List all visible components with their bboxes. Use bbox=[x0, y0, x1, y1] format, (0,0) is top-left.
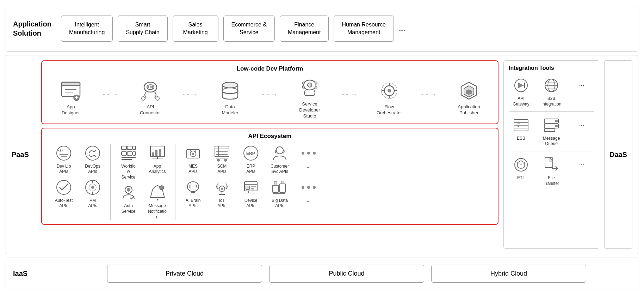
api-item-pm: PMAPIs bbox=[80, 178, 105, 209]
api-gateway-label: APIGateway bbox=[513, 96, 529, 107]
svg-point-60 bbox=[160, 186, 164, 190]
app-box-sales-marketing: SalesMarketing bbox=[173, 16, 218, 42]
integration-tools: Integration Tools APIGateway bbox=[503, 60, 599, 249]
api-item-ai-brain: AI BrainAPIs bbox=[180, 178, 206, 209]
svg-rect-44 bbox=[133, 146, 136, 150]
svg-rect-116 bbox=[544, 129, 555, 132]
int-more-3: ... bbox=[569, 156, 594, 167]
file-transfer-icon bbox=[542, 156, 561, 174]
api-group-dev: </> Dev LibAPIs bbox=[48, 144, 109, 220]
flow-item-application-publisher: ApplicationPublisher bbox=[453, 79, 485, 116]
svg-point-15 bbox=[308, 83, 312, 87]
flow-orchestrator-label: FlowOrchestrator bbox=[377, 104, 402, 116]
message-notification-label: MessageNotification bbox=[148, 203, 167, 220]
svg-text:ERP: ERP bbox=[246, 151, 255, 156]
int-more-1: ... bbox=[569, 76, 594, 88]
api-industry-row1: MESAPIs bbox=[180, 144, 321, 175]
int-more-3-label: ... bbox=[579, 159, 584, 167]
device-apis-icon bbox=[242, 178, 260, 197]
paas-main: Low-code Dev Platform bbox=[41, 60, 499, 249]
iaas-row: IaaS Private Cloud Public Cloud Hybrid C… bbox=[6, 258, 638, 289]
esb-icon bbox=[512, 116, 530, 134]
app-solution-row: ApplicationSolution IntelligentManufactu… bbox=[6, 6, 638, 52]
auto-test-apis-label: Auto-TestAPIs bbox=[55, 198, 73, 209]
api-ecosystem-grid: </> Dev LibAPIs bbox=[48, 144, 492, 220]
svg-text:</>: </> bbox=[58, 149, 63, 152]
api-workflow-row1: WorkflowService bbox=[116, 144, 170, 180]
int-item-api-gateway: APIGateway bbox=[509, 76, 533, 107]
api-item-app-analytics: AppAnalytics bbox=[145, 144, 170, 175]
device-apis-label: DeviceAPIs bbox=[244, 198, 258, 209]
industry-more2-label: ... bbox=[307, 198, 310, 204]
api-item-customer-svc: CustomerSvc APIs bbox=[267, 144, 292, 175]
scm-apis-icon bbox=[213, 144, 231, 162]
devops-apis-icon bbox=[83, 144, 102, 162]
svg-point-17 bbox=[302, 82, 304, 84]
svg-rect-99 bbox=[281, 181, 284, 184]
api-item-mes: MESAPIs bbox=[180, 144, 206, 175]
svg-point-101 bbox=[302, 186, 304, 189]
auto-test-apis-icon bbox=[55, 178, 73, 197]
app-box-human-resource: Human ResourceManagement bbox=[334, 16, 394, 42]
api-item-iot: IoTAPIs bbox=[209, 178, 235, 209]
dev-lib-apis-label: Dev LibAPIs bbox=[57, 164, 71, 175]
svg-rect-46 bbox=[127, 152, 132, 155]
file-transfer-label: FileTransfer bbox=[544, 175, 559, 186]
svg-point-72 bbox=[224, 159, 227, 162]
int-item-message-queue: MessageQueue bbox=[539, 116, 564, 147]
lowcode-dev-platform: Low-code Dev Platform bbox=[41, 60, 499, 124]
api-divider-1 bbox=[110, 144, 111, 220]
api-ecosystem-title: API Ecosystem bbox=[48, 133, 492, 140]
message-queue-label: MessageQueue bbox=[543, 136, 560, 147]
cloud-boxes: Private Cloud Public Cloud Hybrid Cloud bbox=[62, 265, 631, 283]
api-item-big-data: Big DataAPIs bbox=[267, 178, 292, 209]
app-designer-label: AppDesigner bbox=[62, 104, 80, 116]
industry-more1-icon bbox=[299, 144, 318, 162]
svg-rect-47 bbox=[133, 152, 136, 155]
integration-tools-title: Integration Tools bbox=[509, 65, 594, 71]
svg-rect-98 bbox=[280, 184, 285, 192]
api-item-device: DeviceAPIs bbox=[238, 178, 264, 209]
svg-point-13 bbox=[222, 88, 238, 94]
big-data-apis-label: Big DataAPIs bbox=[272, 198, 288, 209]
app-box-ecommerce-service: Ecommerce &Service bbox=[223, 16, 275, 42]
svg-point-102 bbox=[307, 186, 310, 189]
big-data-apis-icon bbox=[271, 178, 289, 197]
application-publisher-label: ApplicationPublisher bbox=[458, 104, 480, 116]
int-more-2: ... bbox=[569, 116, 594, 128]
arrow-3: - - → bbox=[262, 90, 278, 98]
integration-row-3: ETL FileTransfer ... bbox=[509, 156, 594, 186]
svg-point-35 bbox=[86, 146, 100, 160]
daas-label: DaaS bbox=[609, 151, 627, 159]
api-item-message-notification: ! MessageNotification bbox=[145, 183, 170, 220]
erp-apis-icon: ERP bbox=[242, 144, 260, 162]
service-developer-studio-label: ServiceDeveloperStudio bbox=[299, 101, 320, 119]
application-publisher-icon bbox=[458, 79, 480, 102]
int-divider-2 bbox=[509, 151, 594, 152]
svg-text:API: API bbox=[147, 86, 153, 90]
workflow-service-icon bbox=[119, 144, 138, 162]
svg-point-18 bbox=[315, 82, 317, 84]
svg-rect-91 bbox=[246, 186, 249, 189]
svg-rect-42 bbox=[122, 146, 126, 150]
pm-apis-icon bbox=[83, 178, 102, 197]
svg-point-10 bbox=[142, 97, 145, 100]
lowcode-title: Low-code Dev Platform bbox=[48, 65, 492, 72]
svg-text:!: ! bbox=[161, 187, 162, 190]
etl-label: ETL bbox=[517, 175, 525, 181]
api-divider-2 bbox=[175, 144, 176, 220]
int-item-etl: ETL bbox=[509, 156, 533, 181]
svg-point-64 bbox=[192, 153, 194, 155]
flow-item-app-designer: AppDesigner bbox=[55, 79, 87, 116]
dev-lib-apis-icon: </> bbox=[55, 144, 73, 162]
lowcode-flow-row: AppDesigner - - → API bbox=[48, 77, 492, 119]
integration-row-1: APIGateway B2BIntegration ... bbox=[509, 76, 594, 107]
customer-svc-apis-icon bbox=[271, 144, 289, 162]
api-item-dev-lib: </> Dev LibAPIs bbox=[51, 144, 76, 175]
integration-row-2: ESB MessageQueue ... bbox=[509, 116, 594, 147]
iot-apis-label: IoTAPIs bbox=[217, 198, 226, 209]
svg-rect-53 bbox=[159, 149, 161, 156]
svg-rect-97 bbox=[274, 182, 277, 185]
svg-point-31 bbox=[57, 146, 71, 160]
api-item-auto-test: Auto-TestAPIs bbox=[51, 178, 76, 209]
